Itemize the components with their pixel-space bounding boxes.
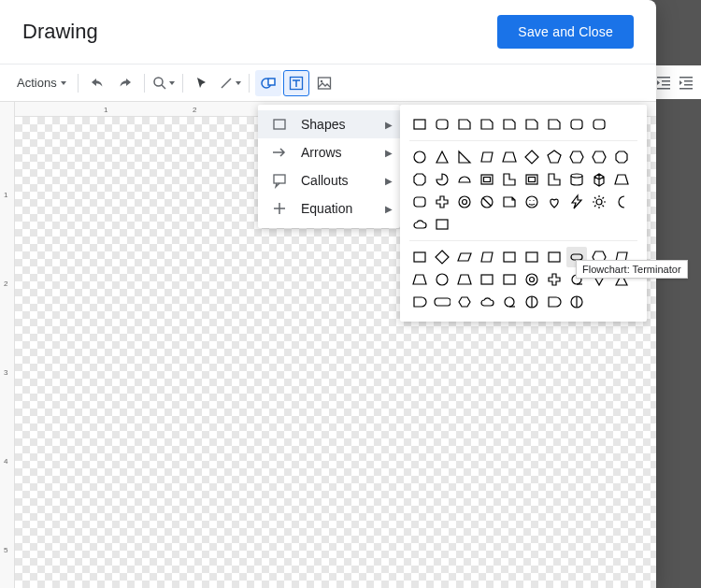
chevron-right-icon: ▶ — [385, 148, 393, 158]
shape-option[interactable] — [409, 114, 430, 135]
svg-rect-28 — [504, 252, 515, 262]
shape-option[interactable] — [477, 269, 497, 290]
shape-tool[interactable] — [255, 70, 281, 96]
actions-menu[interactable]: Actions — [11, 72, 72, 93]
shape-option[interactable] — [409, 247, 430, 267]
shape-option[interactable] — [544, 192, 565, 212]
background-toolbar — [649, 65, 701, 99]
zoom-button[interactable] — [150, 70, 177, 96]
shape-option[interactable] — [499, 147, 520, 167]
shape-option[interactable] — [499, 192, 520, 212]
line-tool[interactable] — [217, 70, 243, 96]
svg-rect-27 — [414, 252, 425, 262]
shape-option[interactable] — [409, 192, 430, 212]
shape-option[interactable] — [611, 192, 632, 212]
shape-option[interactable] — [454, 114, 475, 135]
svg-point-24 — [533, 200, 534, 201]
shape-option[interactable] — [589, 169, 609, 190]
shape-option[interactable] — [566, 114, 587, 135]
dialog-header: Drawing Save and Close — [0, 0, 656, 65]
shape-option[interactable] — [454, 292, 475, 312]
shape-option[interactable] — [522, 247, 542, 267]
shape-option[interactable] — [544, 269, 565, 290]
shape-option[interactable] — [611, 169, 632, 190]
shape-option[interactable] — [522, 147, 542, 167]
shape-option[interactable] — [477, 247, 497, 267]
shape-option[interactable] — [432, 247, 452, 267]
shape-option[interactable] — [454, 147, 475, 167]
dedent-icon[interactable] — [654, 73, 673, 92]
section-divider — [409, 140, 637, 141]
chevron-right-icon: ▶ — [385, 204, 393, 214]
shape-option[interactable] — [409, 292, 430, 312]
shape-option[interactable] — [477, 292, 497, 312]
shape-option[interactable] — [566, 292, 587, 312]
shape-option[interactable] — [522, 292, 542, 312]
shape-option[interactable] — [522, 114, 542, 135]
svg-rect-30 — [549, 252, 560, 262]
shape-option[interactable] — [409, 214, 430, 235]
shape-option[interactable] — [409, 147, 430, 167]
shape-option[interactable] — [544, 247, 565, 267]
shape-option[interactable] — [499, 114, 520, 135]
indent-icon[interactable] — [677, 73, 695, 92]
undo-button[interactable] — [84, 70, 110, 96]
shape-option[interactable] — [454, 169, 475, 190]
shape-option[interactable] — [432, 269, 452, 290]
redo-button[interactable] — [112, 70, 138, 96]
svg-point-19 — [459, 196, 470, 208]
svg-point-17 — [571, 174, 582, 178]
shape-category-menu: Shapes ▶ Arrows ▶ Callouts ▶ Equation ▶ — [258, 105, 400, 228]
vertical-ruler: 1 2 3 4 5 — [0, 102, 15, 588]
shape-option[interactable] — [409, 269, 430, 290]
svg-point-32 — [436, 274, 448, 285]
shape-option[interactable] — [544, 292, 565, 312]
shape-option[interactable] — [566, 192, 587, 212]
shape-option[interactable] — [611, 147, 632, 167]
shape-option[interactable] — [454, 192, 475, 212]
svg-rect-8 — [414, 120, 425, 129]
shape-option[interactable] — [432, 214, 452, 235]
svg-point-35 — [526, 274, 537, 285]
image-tool[interactable] — [311, 70, 337, 96]
shape-option[interactable] — [589, 114, 609, 135]
shape-option[interactable] — [522, 192, 542, 212]
shape-option[interactable] — [454, 247, 475, 267]
select-tool[interactable] — [189, 70, 215, 96]
shape-option[interactable] — [477, 192, 497, 212]
svg-point-0 — [154, 78, 163, 86]
shape-option[interactable] — [477, 147, 497, 167]
menu-item-equation[interactable]: Equation ▶ — [258, 194, 400, 222]
equation-icon — [271, 200, 288, 217]
menu-item-label: Callouts — [301, 173, 349, 188]
shape-option[interactable] — [432, 147, 452, 167]
shape-option[interactable] — [499, 269, 520, 290]
shape-option[interactable] — [432, 169, 452, 190]
menu-item-arrows[interactable]: Arrows ▶ — [258, 138, 400, 166]
svg-rect-9 — [436, 120, 448, 129]
shape-option[interactable] — [544, 169, 565, 190]
shape-option[interactable] — [499, 169, 520, 190]
shape-option[interactable] — [432, 192, 452, 212]
shape-option[interactable] — [522, 269, 542, 290]
shape-option[interactable] — [589, 147, 609, 167]
save-and-close-button[interactable]: Save and Close — [497, 15, 634, 49]
shape-option[interactable] — [589, 192, 609, 212]
shape-option[interactable] — [499, 247, 520, 267]
textbox-tool[interactable] — [283, 70, 309, 96]
shape-option[interactable] — [544, 114, 565, 135]
shape-option[interactable] — [499, 292, 520, 312]
shape-option[interactable] — [522, 169, 542, 190]
shape-option[interactable] — [477, 114, 497, 135]
svg-rect-29 — [526, 252, 537, 262]
menu-item-shapes[interactable]: Shapes ▶ — [258, 110, 400, 138]
shape-option[interactable] — [477, 169, 497, 190]
shape-option[interactable] — [454, 269, 475, 290]
shape-option[interactable] — [409, 169, 430, 190]
shape-option[interactable] — [544, 147, 565, 167]
shape-option[interactable] — [566, 147, 587, 167]
shape-option[interactable] — [432, 114, 452, 135]
shape-option[interactable] — [432, 292, 452, 312]
menu-item-callouts[interactable]: Callouts ▶ — [258, 166, 400, 194]
shape-option[interactable] — [566, 169, 587, 190]
